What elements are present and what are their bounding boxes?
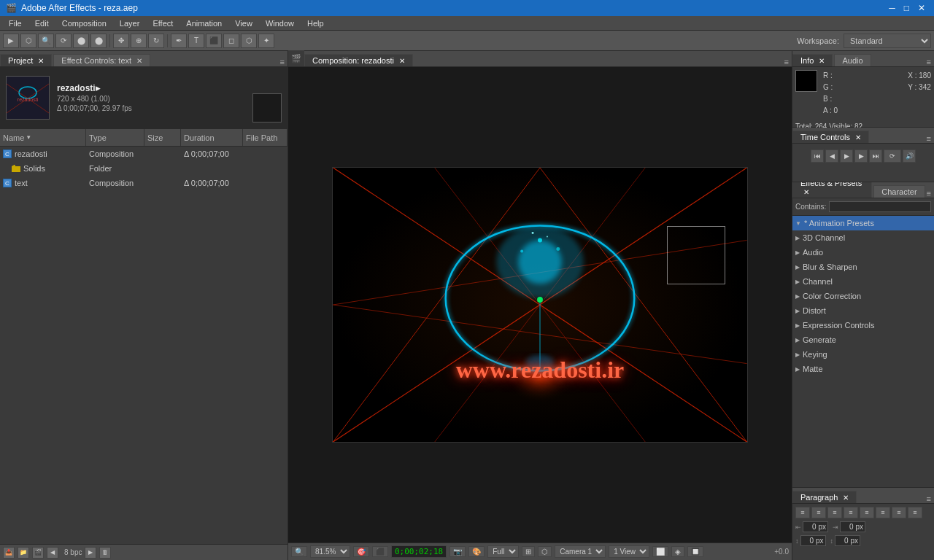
menu-item-help[interactable]: Help bbox=[301, 18, 330, 29]
tab-paragraph[interactable]: Paragraph ✕ bbox=[792, 491, 857, 503]
trash-btn[interactable]: 🗑 bbox=[99, 547, 111, 559]
new-folder-btn[interactable]: 📁 bbox=[18, 547, 29, 559]
toolbar-brush[interactable]: ⬛ bbox=[206, 34, 222, 48]
col-duration-header[interactable]: Duration bbox=[181, 129, 243, 146]
space-after-input[interactable] bbox=[835, 535, 860, 546]
toolbar-btn-2[interactable]: ⬡ bbox=[20, 34, 36, 48]
list-item[interactable]: C text Composition Δ 0;00;07;00 bbox=[0, 176, 287, 190]
quality-select[interactable]: Full bbox=[487, 545, 519, 558]
tab-para-close[interactable]: ✕ bbox=[843, 494, 849, 502]
tab-effects-presets[interactable]: Effects & Presets ✕ bbox=[792, 182, 872, 198]
col-type-header[interactable]: Type bbox=[86, 129, 144, 146]
camera-select[interactable]: Camera 1 bbox=[555, 545, 606, 558]
menu-item-file[interactable]: File bbox=[3, 18, 28, 29]
tab-composition[interactable]: Composition: rezadosti ✕ bbox=[304, 54, 413, 66]
align-full[interactable]: ≡ bbox=[908, 507, 922, 518]
tab-project[interactable]: Project ✕ bbox=[0, 54, 52, 66]
grid-btn[interactable]: ⊞ bbox=[522, 546, 535, 557]
para-expand[interactable]: ≡ bbox=[927, 494, 931, 503]
zoom-select[interactable]: 81.5% bbox=[310, 545, 350, 558]
effects-item[interactable]: ▼* Animation Presets bbox=[792, 216, 934, 230]
menu-item-effect[interactable]: Effect bbox=[147, 18, 179, 29]
effects-item[interactable]: ▶Expression Controls bbox=[792, 318, 934, 332]
maximize-button[interactable]: □ bbox=[901, 3, 912, 13]
effects-search-input[interactable] bbox=[829, 201, 931, 212]
loop-btn[interactable]: ⟳ bbox=[884, 149, 901, 163]
panel-expand-btn[interactable]: ≡ bbox=[280, 58, 285, 66]
tab-time-close[interactable]: ✕ bbox=[855, 133, 861, 141]
col-name-header[interactable]: Name ▼ bbox=[0, 129, 86, 146]
tab-project-close[interactable]: ✕ bbox=[38, 57, 44, 65]
tab-audio[interactable]: Audio bbox=[834, 54, 871, 66]
scroll-left[interactable]: ◀ bbox=[47, 547, 58, 559]
minimize-button[interactable]: ─ bbox=[886, 3, 898, 13]
render-btn[interactable]: ⬜ bbox=[652, 546, 668, 557]
align-justify-left[interactable]: ≡ bbox=[844, 507, 858, 518]
menu-item-view[interactable]: View bbox=[229, 18, 258, 29]
effects-item[interactable]: ▶Generate bbox=[792, 332, 934, 347]
tab-info[interactable]: Info ✕ bbox=[792, 54, 833, 66]
menu-item-composition[interactable]: Composition bbox=[56, 18, 112, 29]
toolbar-btn-3[interactable]: 🔍 bbox=[38, 34, 54, 48]
time-display[interactable]: 0;00;02;18 bbox=[391, 545, 447, 558]
effects-item[interactable]: ▶Distort bbox=[792, 303, 934, 318]
effects-item[interactable]: ▶Keying bbox=[792, 347, 934, 362]
col-filepath-header[interactable]: File Path bbox=[243, 129, 287, 146]
menu-item-animation[interactable]: Animation bbox=[180, 18, 228, 29]
play-stop[interactable]: ▶ bbox=[840, 149, 853, 163]
toggle-masks[interactable]: ⬡ bbox=[538, 546, 552, 557]
toolbar-stamp[interactable]: ⬡ bbox=[241, 34, 257, 48]
info-expand[interactable]: ≡ bbox=[927, 58, 931, 66]
align-left[interactable]: ≡ bbox=[795, 507, 810, 518]
tab-effects-close[interactable]: ✕ bbox=[803, 188, 809, 196]
toolbar-btn-5[interactable]: ⬤ bbox=[73, 34, 89, 48]
go-to-start[interactable]: ⏮ bbox=[811, 149, 824, 163]
col-size-header[interactable]: Size bbox=[144, 129, 181, 146]
step-forward[interactable]: ▶ bbox=[854, 149, 868, 163]
align-justify-right[interactable]: ≡ bbox=[876, 507, 890, 518]
step-back[interactable]: ◀ bbox=[825, 149, 838, 163]
tab-effect-controls[interactable]: Effect Controls: text ✕ bbox=[53, 54, 150, 66]
align-right[interactable]: ≡ bbox=[827, 507, 842, 518]
comp-panel-expand[interactable]: ≡ bbox=[784, 58, 789, 66]
effects-item[interactable]: ▶3D Channel bbox=[792, 230, 934, 245]
align-justify-center[interactable]: ≡ bbox=[860, 507, 874, 518]
3d-btn[interactable]: 🔲 bbox=[687, 546, 703, 557]
snapshot-btn[interactable]: 📷 bbox=[449, 546, 466, 557]
scroll-right[interactable]: ▶ bbox=[85, 547, 96, 559]
space-before-input[interactable] bbox=[800, 535, 826, 546]
toolbar-btn-4[interactable]: ⟳ bbox=[55, 34, 72, 48]
toolbar-puppet[interactable]: ✦ bbox=[258, 34, 274, 48]
tab-character[interactable]: Character bbox=[873, 185, 925, 198]
toolbar-text[interactable]: T bbox=[188, 34, 204, 48]
show-channel-btn[interactable]: 🎨 bbox=[468, 546, 485, 557]
tab-comp-close[interactable]: ✕ bbox=[399, 57, 405, 65]
workspace-select[interactable]: Standard bbox=[844, 34, 931, 48]
effects-expand[interactable]: ≡ bbox=[927, 189, 931, 198]
comp-flow-btn[interactable]: ◈ bbox=[671, 546, 684, 557]
toolbar-anchor[interactable]: ⊕ bbox=[131, 34, 147, 48]
region-btn[interactable]: ⬛ bbox=[372, 546, 388, 557]
effects-item[interactable]: ▶Audio bbox=[792, 245, 934, 260]
indent-left-input[interactable] bbox=[803, 521, 828, 532]
new-comp-btn[interactable]: 🎬 bbox=[32, 547, 44, 559]
toolbar-eraser[interactable]: ◻ bbox=[223, 34, 239, 48]
menu-item-window[interactable]: Window bbox=[260, 18, 300, 29]
tab-effect-close[interactable]: ✕ bbox=[136, 57, 142, 65]
toolbar-move[interactable]: ✥ bbox=[113, 34, 129, 48]
toolbar-btn-1[interactable]: ▶ bbox=[3, 34, 19, 48]
toolbar-btn-6[interactable]: ⬤ bbox=[90, 34, 107, 48]
list-item[interactable]: Solids Folder bbox=[0, 161, 287, 176]
indent-right-input[interactable] bbox=[840, 521, 865, 532]
menu-item-edit[interactable]: Edit bbox=[29, 18, 55, 29]
align-center[interactable]: ≡ bbox=[811, 507, 826, 518]
toolbar-pen[interactable]: ✒ bbox=[171, 34, 187, 48]
effects-item[interactable]: ▶Blur & Sharpen bbox=[792, 260, 934, 274]
align-justify-all[interactable]: ≡ bbox=[892, 507, 906, 518]
audio-btn[interactable]: 🔊 bbox=[903, 149, 916, 163]
import-btn[interactable]: 📥 bbox=[3, 547, 15, 559]
tab-time-controls[interactable]: Time Controls ✕ bbox=[792, 131, 869, 143]
time-ctrl-expand[interactable]: ≡ bbox=[927, 134, 931, 143]
list-item[interactable]: C rezadosti Composition Δ 0;00;07;00 bbox=[0, 147, 287, 161]
zoom-btn[interactable]: 🔍 bbox=[291, 546, 307, 557]
